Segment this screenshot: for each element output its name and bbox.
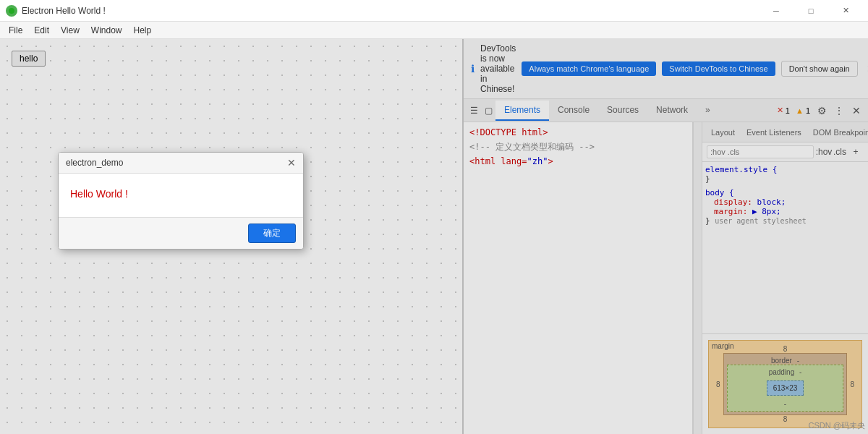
menu-bar: File Edit View Window Help — [0, 22, 868, 39]
window-title: Electron Hello World ! — [22, 6, 760, 16]
minimize-button[interactable]: ─ — [760, 0, 793, 22]
dialog-ok-button[interactable]: 确定 — [248, 224, 296, 243]
dialog-message: Hello World ! — [70, 188, 128, 200]
dialog-close-button[interactable]: ✕ — [287, 157, 296, 169]
menu-help[interactable]: Help — [128, 24, 158, 37]
menu-edit[interactable]: Edit — [28, 24, 55, 37]
svg-point-0 — [9, 8, 14, 14]
close-button[interactable]: ✕ — [829, 0, 862, 22]
dialog-box: electron_demo ✕ Hello World ! 确定 — [58, 152, 304, 250]
maximize-button[interactable]: □ — [794, 0, 827, 22]
dialog-titlebar: electron_demo ✕ — [59, 153, 303, 174]
dialog-overlay: electron_demo ✕ Hello World ! 确定 — [0, 39, 868, 434]
app-icon — [6, 5, 17, 17]
dialog-title: electron_demo — [66, 158, 123, 168]
dialog-footer: 确定 — [59, 217, 303, 249]
menu-file[interactable]: File — [3, 24, 28, 37]
menu-window[interactable]: Window — [85, 24, 128, 37]
title-bar: Electron Hello World ! ─ □ ✕ — [0, 0, 868, 22]
menu-view[interactable]: View — [55, 24, 85, 37]
dialog-body: Hello World ! — [59, 174, 303, 217]
window-controls: ─ □ ✕ — [760, 0, 862, 22]
